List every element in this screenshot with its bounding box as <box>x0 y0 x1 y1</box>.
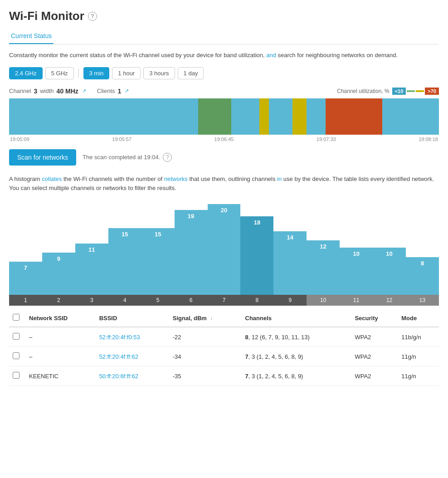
filter-5ghz[interactable]: 5 GHz <box>45 67 74 79</box>
scan-status: The scan completed at 19:04. <box>83 154 160 161</box>
clients-ext-link[interactable]: ↗ <box>125 88 129 94</box>
chart-meta: Channel 3 width 40 MHz ↗ Clients 1 ↗ Cha… <box>9 88 439 95</box>
util-segment <box>217 98 231 135</box>
histogram-column[interactable]: 155 <box>141 228 175 306</box>
histogram-bar-value: 18 <box>254 219 260 226</box>
histogram-bar-value: 9 <box>57 255 60 262</box>
scan-help-icon[interactable]: ? <box>163 153 172 162</box>
th-signal-label: Signal, dBm <box>173 315 207 322</box>
util-segment <box>259 98 269 135</box>
hist-link-in[interactable]: in <box>277 176 282 182</box>
util-segment <box>316 98 326 135</box>
histogram-bar-value: 12 <box>320 243 326 250</box>
histogram-column[interactable]: 813 <box>406 257 439 306</box>
utilization-chart <box>9 98 439 135</box>
histogram-column[interactable]: 1210 <box>307 240 340 306</box>
time-label-4: 19:08:18 <box>419 137 438 142</box>
help-icon[interactable]: ? <box>88 12 97 21</box>
legend-item-low: <10 <box>392 88 406 95</box>
histogram-bar: 7 <box>9 262 42 295</box>
util-segment <box>231 98 245 135</box>
histogram-column[interactable]: 1011 <box>340 248 373 306</box>
filter-separator <box>78 68 79 78</box>
page-title: Wi-Fi Monitor ? <box>9 9 439 23</box>
histogram-column[interactable]: 149 <box>273 231 307 306</box>
util-segment <box>269 98 278 135</box>
network-table: Network SSID BSSID Signal, dBm ↓ Channel… <box>9 309 439 386</box>
histogram-bar-value: 11 <box>88 246 95 253</box>
histogram-column[interactable]: 207 <box>208 204 241 306</box>
row-checkbox[interactable] <box>13 333 19 340</box>
row-channels: 7, 3 (1, 2, 4, 5, 6, 8, 9) <box>242 347 351 366</box>
channel-ext-link[interactable]: ↗ <box>82 88 86 94</box>
row-mode: 11g/n <box>398 366 439 386</box>
histogram-description: A histogram collates the Wi-Fi channels … <box>9 175 439 194</box>
row-security: WPA2 <box>351 347 398 366</box>
histogram-bar: 19 <box>175 210 208 295</box>
row-signal: -22 <box>169 327 242 347</box>
histogram-bar-value: 20 <box>221 207 227 214</box>
histogram-column[interactable]: 154 <box>108 228 141 306</box>
clients-label: Clients <box>97 88 115 94</box>
row-checkbox-cell <box>9 366 25 386</box>
histogram-column[interactable]: 1012 <box>373 248 406 306</box>
histogram-column[interactable]: 196 <box>175 210 208 306</box>
scan-button[interactable]: Scan for networks <box>9 149 76 166</box>
histogram-channel-label: 3 <box>75 295 108 306</box>
desc-link-and[interactable]: and <box>266 52 276 59</box>
util-segment <box>245 98 259 135</box>
histogram-channel-label: 10 <box>307 295 340 306</box>
row-ssid: – <box>25 347 96 366</box>
row-checkbox[interactable] <box>13 352 19 359</box>
th-channels: Channels <box>242 309 351 327</box>
row-signal: -34 <box>169 347 242 366</box>
time-label-3: 19:07:33 <box>317 137 336 142</box>
row-checkbox[interactable] <box>13 372 19 379</box>
histogram-bar-value: 15 <box>122 231 128 238</box>
select-all-checkbox[interactable] <box>13 314 19 321</box>
histogram-bar-value: 19 <box>188 213 194 219</box>
filter-3min[interactable]: 3 min <box>83 67 110 79</box>
histogram-bar: 10 <box>340 248 373 295</box>
util-segment <box>326 98 363 135</box>
histogram-bar-value: 10 <box>386 250 392 257</box>
legend-item-mid1 <box>407 90 415 92</box>
histogram-column[interactable]: 71 <box>9 262 42 306</box>
histogram-column[interactable]: 113 <box>75 244 108 306</box>
filter-1hour[interactable]: 1 hour <box>112 67 141 79</box>
row-bssid: 52:ff:20:4f:f0:53 <box>96 327 169 347</box>
util-segment <box>307 98 316 135</box>
filter-3hours[interactable]: 3 hours <box>143 67 175 79</box>
utilization-label: Channel utilization, % <box>337 88 389 94</box>
tab-current-status[interactable]: Current Status <box>9 29 54 44</box>
filter-2-4ghz[interactable]: 2.4 GHz <box>9 67 43 79</box>
scan-info: The scan completed at 19:04. ? <box>83 153 172 162</box>
histogram-bar-value: 7 <box>24 264 27 271</box>
row-security: WPA2 <box>351 327 398 347</box>
table-row: – 52:ff:20:4f:ff:62 -34 7, 3 (1, 2, 4, 5… <box>9 347 439 366</box>
histogram-bar-value: 10 <box>353 250 359 257</box>
time-label-2: 19:06:45 <box>214 137 234 142</box>
row-checkbox-cell <box>9 347 25 366</box>
histogram-column[interactable]: 188 <box>240 216 273 306</box>
util-segment <box>292 98 307 135</box>
row-checkbox-cell <box>9 327 25 347</box>
channel-value: 3 <box>34 88 37 95</box>
row-ssid: – <box>25 327 96 347</box>
histogram-column[interactable]: 92 <box>42 253 75 306</box>
table-header-row: Network SSID BSSID Signal, dBm ↓ Channel… <box>9 309 439 327</box>
th-signal[interactable]: Signal, dBm ↓ <box>169 309 242 327</box>
legend-item-high: >70 <box>425 88 439 95</box>
hist-link-collates[interactable]: collates <box>42 176 62 182</box>
row-channels: 8, 12 (6, 7, 9, 10, 11, 13) <box>242 327 351 347</box>
row-mode: 11g/n <box>398 347 439 366</box>
filter-1day[interactable]: 1 day <box>178 67 204 79</box>
histogram-bar: 15 <box>108 228 141 295</box>
histogram-bar: 11 <box>75 244 108 295</box>
histogram-channel-label: 8 <box>240 295 273 306</box>
histogram-channel-label: 13 <box>406 295 439 306</box>
hist-link-networks[interactable]: networks <box>164 176 188 182</box>
th-mode: Mode <box>398 309 439 327</box>
histogram-bar: 10 <box>373 248 406 295</box>
histogram-channel-label: 11 <box>340 295 373 306</box>
